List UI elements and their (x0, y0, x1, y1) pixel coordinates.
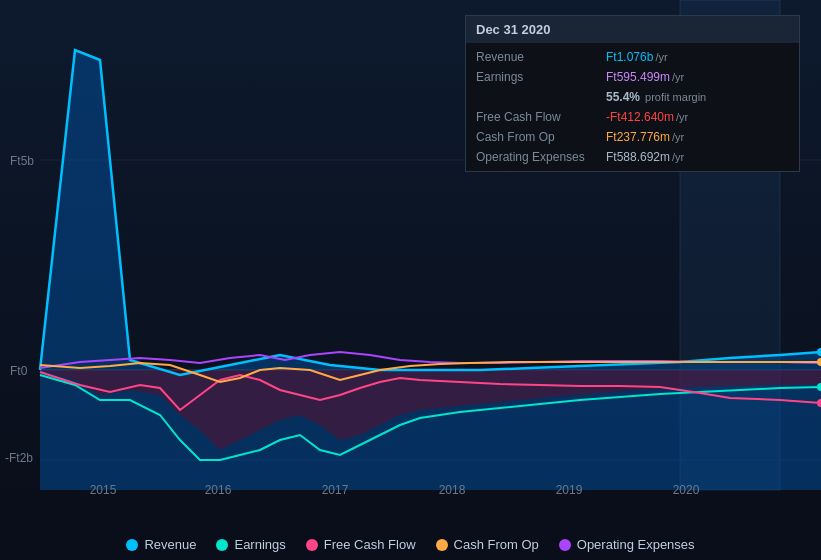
tooltip-value-revenue: Ft1.076b/yr (606, 50, 789, 64)
tooltip-value-cashop: Ft237.776m/yr (606, 130, 789, 144)
legend-label-cashop: Cash From Op (454, 537, 539, 552)
legend-item-opex[interactable]: Operating Expenses (559, 537, 695, 552)
tooltip-row-opex: Operating Expenses Ft588.692m/yr (466, 147, 799, 167)
tooltip-card: Dec 31 2020 Revenue Ft1.076b/yr Earnings… (465, 15, 800, 172)
tooltip-row-revenue: Revenue Ft1.076b/yr (466, 47, 799, 67)
svg-text:2017: 2017 (322, 483, 349, 497)
tooltip-value-margin: 55.4% profit margin (606, 90, 789, 104)
tooltip-label-fcf: Free Cash Flow (476, 110, 606, 124)
legend-item-earnings[interactable]: Earnings (216, 537, 285, 552)
legend-label-opex: Operating Expenses (577, 537, 695, 552)
tooltip-label-opex: Operating Expenses (476, 150, 606, 164)
chart-legend: Revenue Earnings Free Cash Flow Cash Fro… (0, 537, 821, 552)
legend-item-cashop[interactable]: Cash From Op (436, 537, 539, 552)
legend-label-revenue: Revenue (144, 537, 196, 552)
legend-dot-opex (559, 539, 571, 551)
chart-container: Dec 31 2020 Revenue Ft1.076b/yr Earnings… (0, 0, 821, 560)
legend-label-fcf: Free Cash Flow (324, 537, 416, 552)
tooltip-label-earnings: Earnings (476, 70, 606, 84)
tooltip-label-revenue: Revenue (476, 50, 606, 64)
legend-label-earnings: Earnings (234, 537, 285, 552)
tooltip-value-earnings: Ft595.499m/yr (606, 70, 789, 84)
legend-dot-fcf (306, 539, 318, 551)
svg-text:2020: 2020 (673, 483, 700, 497)
tooltip-label-cashop: Cash From Op (476, 130, 606, 144)
legend-item-revenue[interactable]: Revenue (126, 537, 196, 552)
svg-text:2015: 2015 (90, 483, 117, 497)
svg-text:Ft0: Ft0 (10, 364, 28, 378)
tooltip-body: Revenue Ft1.076b/yr Earnings Ft595.499m/… (466, 43, 799, 171)
svg-text:2018: 2018 (439, 483, 466, 497)
svg-text:-Ft2b: -Ft2b (5, 451, 33, 465)
tooltip-value-fcf: -Ft412.640m/yr (606, 110, 789, 124)
tooltip-row-cashop: Cash From Op Ft237.776m/yr (466, 127, 799, 147)
tooltip-row-earnings: Earnings Ft595.499m/yr (466, 67, 799, 87)
svg-text:2019: 2019 (556, 483, 583, 497)
tooltip-date: Dec 31 2020 (466, 16, 799, 43)
tooltip-row-fcf: Free Cash Flow -Ft412.640m/yr (466, 107, 799, 127)
legend-dot-earnings (216, 539, 228, 551)
tooltip-value-opex: Ft588.692m/yr (606, 150, 789, 164)
svg-text:Ft5b: Ft5b (10, 154, 34, 168)
legend-dot-revenue (126, 539, 138, 551)
legend-item-fcf[interactable]: Free Cash Flow (306, 537, 416, 552)
legend-dot-cashop (436, 539, 448, 551)
tooltip-row-margin: 55.4% profit margin (466, 87, 799, 107)
svg-text:2016: 2016 (205, 483, 232, 497)
